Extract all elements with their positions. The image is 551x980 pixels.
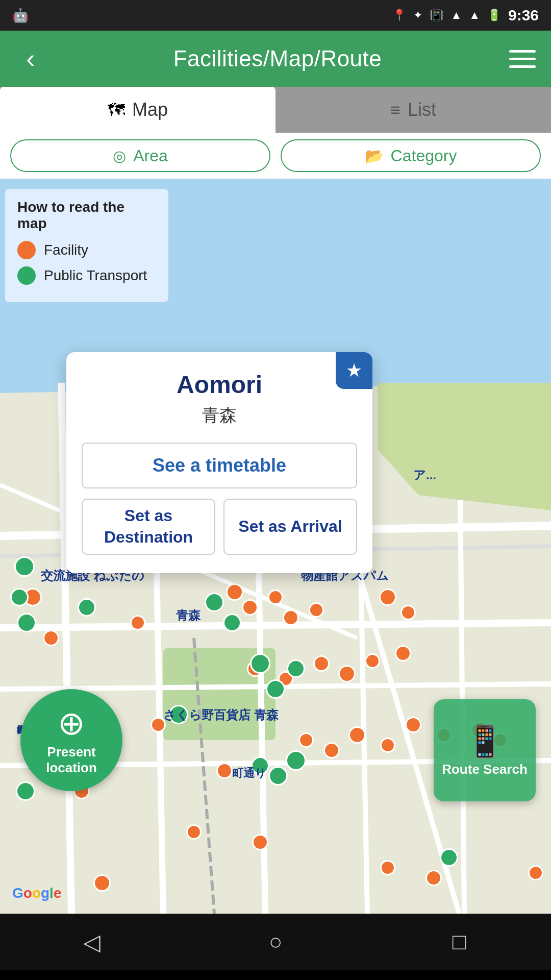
facility-dot-19[interactable] [298,732,314,748]
route-icon: 📱 [466,723,504,760]
facility-dot-28[interactable] [186,824,202,840]
transport-dot-14[interactable] [440,848,458,867]
facility-dot-14[interactable] [338,665,356,682]
signal-icon: ▲ [469,9,480,22]
timetable-label: See a timetable [153,455,286,476]
map-label-通り: 町通り [232,766,266,781]
facility-dot-9[interactable] [379,589,396,606]
crosshair-icon: ⊕ [58,704,85,742]
location-popup: ★ Aomori 青森 See a timetable Set asDestin… [66,352,372,573]
map-label-ア: ア... [413,467,436,483]
area-filter-button[interactable]: ◎ Area [10,139,270,172]
menu-line-1 [509,50,536,53]
vibrate-icon: 📳 [430,9,443,22]
google-logo: Google [12,885,61,901]
set-destination-button[interactable]: Set asDestination [82,499,215,555]
nav-recent-icon: □ [453,929,466,954]
android-icon: 🤖 [12,8,29,23]
legend-transport: Public Transport [17,266,156,285]
transport-dot-2[interactable] [10,588,29,606]
area-icon: ◎ [113,147,126,165]
status-right: 📍 ✦ 📳 ▲ ▲ 🔋 9:36 [392,7,539,24]
facility-dot-2[interactable] [43,630,59,646]
transport-dot-15[interactable] [16,781,35,801]
menu-button[interactable] [509,50,536,68]
status-bar: 🤖 📍 ✦ 📳 ▲ ▲ 🔋 9:36 [0,0,551,31]
facility-dot-6[interactable] [268,590,283,605]
transport-dot [17,266,36,285]
category-filter-label: Category [391,146,457,165]
map-label-さくら野: さくら野百貨店 青森 [163,707,279,723]
facility-dot-15[interactable] [365,653,380,669]
navigation-bar: ◁ ○ □ [0,914,551,970]
facility-dot-23[interactable] [405,717,421,733]
facility-dot-30[interactable] [380,860,395,875]
transport-dot-5[interactable] [205,593,224,612]
legend-facility: Facility [17,241,156,259]
facility-dot-29[interactable] [252,834,268,850]
facility-dot-10[interactable] [400,605,416,620]
nav-home-icon: ○ [269,929,283,954]
facility-dot-21[interactable] [348,726,366,744]
bluetooth-icon: ✦ [413,9,422,22]
legend-title: How to read the map [17,199,156,232]
facility-dot-4[interactable] [226,583,243,601]
transport-dot-8[interactable] [266,679,285,699]
map-legend: How to read the map Facility Public Tran… [5,189,168,302]
facility-dot-13[interactable] [313,655,330,672]
facility-dot-7[interactable] [283,609,299,626]
facility-dot-5[interactable] [242,599,258,616]
facility-dot-18[interactable] [216,763,233,779]
facility-dot-22[interactable] [380,738,395,753]
nav-back-button[interactable]: ◁ [71,921,112,962]
map-icon: 🗺 [108,100,125,120]
location-icon: 📍 [392,9,406,22]
map-container: How to read the map Facility Public Tran… [0,179,551,914]
transport-dot-7[interactable] [250,653,270,674]
category-filter-button[interactable]: 📂 Category [281,139,541,172]
nav-recent-button[interactable]: □ [439,921,480,962]
tab-map[interactable]: 🗺 Map [0,87,276,133]
filter-bar: ◎ Area 📂 Category [0,133,551,179]
transport-label: Public Transport [44,267,147,284]
facility-dot-31[interactable] [425,870,442,886]
nav-home-button[interactable]: ○ [255,921,296,962]
facility-dot-8[interactable] [309,602,324,618]
transport-dot-3[interactable] [17,613,36,632]
menu-line-2 [509,58,536,60]
tab-list-label: List [408,99,436,120]
transport-dot-4[interactable] [78,598,96,617]
back-button[interactable]: ‹ [15,43,46,74]
tab-list[interactable]: ≡ List [276,87,551,133]
timetable-button[interactable]: See a timetable [82,443,357,488]
transport-dot-6[interactable] [223,614,241,632]
facility-dot-16[interactable] [395,645,411,662]
status-time: 9:36 [508,7,539,24]
tabs-bar: 🗺 Map ≡ List [0,87,551,133]
tab-map-label: Map [132,99,168,120]
facility-dot [17,241,36,259]
star-icon: ★ [346,360,362,381]
svg-line-10 [0,623,551,628]
transport-dot-13[interactable] [286,750,306,771]
arrival-label: Set as Arrival [238,516,342,537]
status-left: 🤖 [12,8,29,23]
present-location-button[interactable]: ⊕ Present location [20,689,122,791]
transport-dot-1[interactable] [14,556,35,577]
bookmark-button[interactable]: ★ [336,352,372,389]
facility-dot-32[interactable] [528,865,543,880]
destination-label: Set asDestination [104,505,193,548]
transport-dot-9[interactable] [287,659,305,678]
facility-label: Facility [44,242,88,258]
popup-actions: Set asDestination Set as Arrival [82,499,357,555]
set-arrival-button[interactable]: Set as Arrival [223,499,357,555]
category-icon: 📂 [365,147,384,165]
facility-dot-20[interactable] [323,742,340,758]
route-search-label: Route Search [442,762,528,777]
transport-dot-12[interactable] [268,766,288,786]
popup-subtitle: 青森 [82,404,357,427]
route-search-button[interactable]: 📱 Route Search [434,699,536,801]
facility-dot-33[interactable] [93,874,111,892]
facility-dot-3[interactable] [130,615,145,630]
page-title: Facilities/Map/Route [173,46,382,71]
